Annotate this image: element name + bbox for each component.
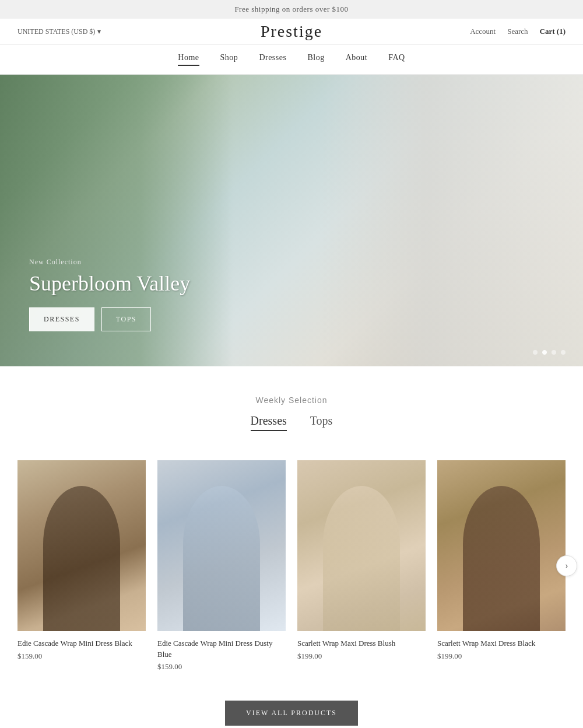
product-image-2: [157, 460, 286, 631]
announcement-bar: Free shipping on orders over $100: [0, 0, 583, 19]
slide-dot-1[interactable]: [533, 350, 538, 355]
product-name-4: Scarlett Wrap Maxi Dress Black: [437, 638, 566, 649]
locale-label: UNITED STATES (USD $): [17, 27, 95, 36]
hero-subtitle: New Collection: [29, 258, 190, 267]
nav-dresses[interactable]: Dresses: [259, 53, 286, 66]
account-link[interactable]: Account: [470, 27, 496, 36]
hero-title: Superbloom Valley: [29, 271, 190, 296]
weekly-tabs: Dresses Tops: [17, 414, 566, 431]
tab-tops[interactable]: Tops: [310, 414, 333, 431]
product-card-3[interactable]: Scarlett Wrap Maxi Dress Blush $199.00: [297, 460, 426, 671]
top-header: UNITED STATES (USD $) ▾ Prestige Account…: [0, 19, 583, 45]
nav-blog[interactable]: Blog: [307, 53, 324, 66]
hero-buttons: DRESSES TOPS: [29, 307, 190, 331]
product-card-4[interactable]: Scarlett Wrap Maxi Dress Black $199.00: [437, 460, 566, 671]
slide-dot-2[interactable]: [542, 350, 547, 355]
slide-dot-3[interactable]: [552, 350, 556, 355]
weekly-title: Weekly Selection: [17, 396, 566, 405]
hero-dresses-button[interactable]: DRESSES: [29, 307, 94, 331]
main-nav: Home Shop Dresses Blog About FAQ: [0, 45, 583, 75]
locale-chevron-icon: ▾: [97, 27, 101, 36]
product-image-1: [17, 460, 146, 631]
chevron-right-icon: ›: [565, 561, 568, 571]
product-price-3: $199.00: [297, 652, 426, 661]
product-image-4: [437, 460, 566, 631]
product-grid: Edie Cascade Wrap Mini Dress Black $159.…: [17, 460, 566, 671]
hero-content: New Collection Superbloom Valley DRESSES…: [29, 258, 190, 331]
nav-faq[interactable]: FAQ: [388, 53, 405, 66]
view-all-section: VIEW ALL PRODUCTS: [0, 695, 583, 728]
grid-next-arrow[interactable]: ›: [556, 555, 577, 576]
product-price-2: $159.00: [157, 662, 286, 671]
product-card-2[interactable]: Edie Cascade Wrap Mini Dress Dusty Blue …: [157, 460, 286, 671]
slider-dots: [533, 350, 566, 355]
nav-shop[interactable]: Shop: [220, 53, 238, 66]
announcement-text: Free shipping on orders over $100: [234, 5, 348, 13]
product-price-1: $159.00: [17, 652, 146, 661]
view-all-products-button[interactable]: VIEW ALL PRODUCTS: [225, 701, 358, 726]
product-name-2: Edie Cascade Wrap Mini Dress Dusty Blue: [157, 638, 286, 659]
site-logo: Prestige: [261, 22, 322, 41]
header-actions: Account Search Cart (1): [470, 27, 566, 36]
nav-home[interactable]: Home: [178, 53, 199, 66]
product-grid-wrapper: Edie Cascade Wrap Mini Dress Black $159.…: [0, 460, 583, 695]
hero-tops-button[interactable]: TOPS: [101, 307, 151, 331]
cart-link[interactable]: Cart (1): [540, 27, 566, 36]
hero-slider: New Collection Superbloom Valley DRESSES…: [0, 75, 583, 366]
product-price-4: $199.00: [437, 652, 566, 661]
product-name-1: Edie Cascade Wrap Mini Dress Black: [17, 638, 146, 649]
product-image-3: [297, 460, 426, 631]
locale-selector[interactable]: UNITED STATES (USD $) ▾: [17, 27, 101, 36]
product-name-3: Scarlett Wrap Maxi Dress Blush: [297, 638, 426, 649]
weekly-section: Weekly Selection Dresses Tops: [0, 366, 583, 460]
nav-about[interactable]: About: [346, 53, 368, 66]
product-card-1[interactable]: Edie Cascade Wrap Mini Dress Black $159.…: [17, 460, 146, 671]
tab-dresses[interactable]: Dresses: [251, 414, 287, 431]
slide-dot-4[interactable]: [561, 350, 566, 355]
search-link[interactable]: Search: [507, 27, 528, 36]
